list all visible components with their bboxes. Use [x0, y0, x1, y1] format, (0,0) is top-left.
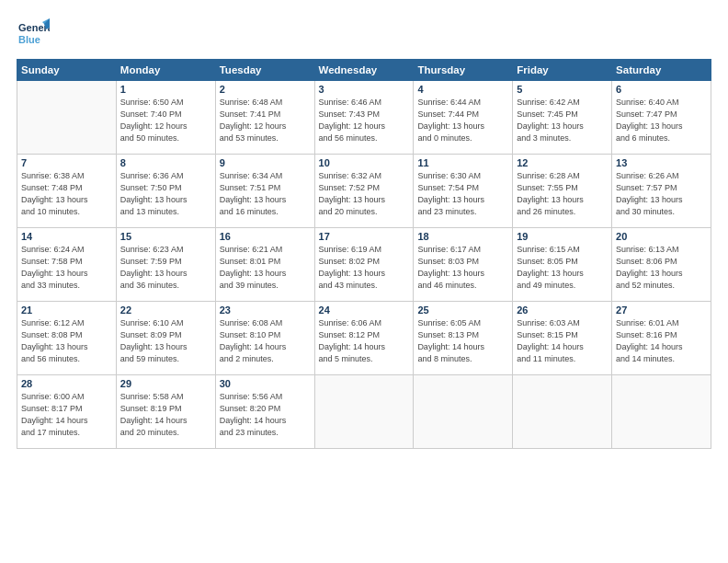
day-info: Sunrise: 6:05 AM Sunset: 8:13 PM Dayligh…	[417, 317, 508, 365]
day-info: Sunrise: 5:58 AM Sunset: 8:19 PM Dayligh…	[120, 391, 211, 439]
day-info: Sunrise: 6:40 AM Sunset: 7:47 PM Dayligh…	[616, 97, 707, 144]
calendar-cell: 20Sunrise: 6:13 AM Sunset: 8:06 PM Dayli…	[612, 228, 711, 302]
calendar-cell	[513, 375, 612, 449]
calendar-cell: 23Sunrise: 6:08 AM Sunset: 8:10 PM Dayli…	[215, 302, 314, 375]
weekday-header-row: SundayMondayTuesdayWednesdayThursdayFrid…	[17, 60, 711, 81]
day-number: 8	[120, 157, 211, 168]
calendar-cell: 13Sunrise: 6:26 AM Sunset: 7:57 PM Dayli…	[612, 155, 711, 228]
calendar-cell: 29Sunrise: 5:58 AM Sunset: 8:19 PM Dayli…	[116, 375, 215, 449]
day-info: Sunrise: 6:42 AM Sunset: 7:45 PM Dayligh…	[517, 97, 608, 144]
day-info: Sunrise: 6:06 AM Sunset: 8:12 PM Dayligh…	[319, 317, 410, 365]
day-info: Sunrise: 6:50 AM Sunset: 7:40 PM Dayligh…	[120, 97, 211, 144]
calendar-cell: 26Sunrise: 6:03 AM Sunset: 8:15 PM Dayli…	[513, 302, 612, 375]
day-info: Sunrise: 6:38 AM Sunset: 7:48 PM Dayligh…	[21, 170, 112, 218]
calendar-week-2: 7Sunrise: 6:38 AM Sunset: 7:48 PM Daylig…	[17, 155, 711, 228]
day-number: 13	[616, 157, 707, 168]
day-number: 21	[21, 304, 112, 316]
calendar-cell: 3Sunrise: 6:46 AM Sunset: 7:43 PM Daylig…	[314, 81, 414, 155]
day-info: Sunrise: 6:21 AM Sunset: 8:01 PM Dayligh…	[220, 244, 311, 292]
calendar-cell: 17Sunrise: 6:19 AM Sunset: 8:02 PM Dayli…	[314, 228, 414, 302]
calendar-cell: 19Sunrise: 6:15 AM Sunset: 8:05 PM Dayli…	[513, 228, 612, 302]
day-number: 4	[417, 84, 508, 95]
day-number: 10	[319, 157, 410, 168]
day-number: 16	[220, 231, 311, 242]
day-number: 20	[616, 231, 707, 242]
weekday-header-sunday: Sunday	[17, 60, 117, 81]
weekday-header-saturday: Saturday	[612, 60, 711, 81]
calendar-cell: 22Sunrise: 6:10 AM Sunset: 8:09 PM Dayli…	[116, 302, 215, 375]
day-number: 24	[319, 304, 410, 316]
calendar-week-4: 21Sunrise: 6:12 AM Sunset: 8:08 PM Dayli…	[17, 302, 711, 375]
day-number: 9	[220, 157, 311, 168]
day-number: 27	[616, 304, 707, 316]
calendar-cell: 2Sunrise: 6:48 AM Sunset: 7:41 PM Daylig…	[215, 81, 314, 155]
calendar-cell: 27Sunrise: 6:01 AM Sunset: 8:16 PM Dayli…	[612, 302, 711, 375]
day-number: 28	[21, 378, 112, 389]
day-number: 7	[21, 157, 112, 168]
header: General Blue	[17, 17, 711, 53]
calendar-cell: 28Sunrise: 6:00 AM Sunset: 8:17 PM Dayli…	[17, 375, 117, 449]
calendar-table: SundayMondayTuesdayWednesdayThursdayFrid…	[17, 59, 711, 449]
day-number: 19	[517, 231, 608, 242]
day-info: Sunrise: 6:19 AM Sunset: 8:02 PM Dayligh…	[319, 244, 410, 292]
day-number: 29	[120, 378, 211, 389]
day-info: Sunrise: 6:36 AM Sunset: 7:50 PM Dayligh…	[120, 170, 211, 218]
day-info: Sunrise: 5:56 AM Sunset: 8:20 PM Dayligh…	[220, 391, 311, 439]
calendar-cell: 5Sunrise: 6:42 AM Sunset: 7:45 PM Daylig…	[513, 81, 612, 155]
calendar-cell: 9Sunrise: 6:34 AM Sunset: 7:51 PM Daylig…	[215, 155, 314, 228]
day-info: Sunrise: 6:34 AM Sunset: 7:51 PM Dayligh…	[220, 170, 311, 218]
weekday-header-tuesday: Tuesday	[215, 60, 314, 81]
calendar-cell: 24Sunrise: 6:06 AM Sunset: 8:12 PM Dayli…	[314, 302, 414, 375]
day-number: 2	[220, 84, 311, 95]
day-info: Sunrise: 6:13 AM Sunset: 8:06 PM Dayligh…	[616, 244, 707, 292]
day-number: 5	[517, 84, 608, 95]
weekday-header-friday: Friday	[513, 60, 612, 81]
calendar-cell: 8Sunrise: 6:36 AM Sunset: 7:50 PM Daylig…	[116, 155, 215, 228]
day-number: 26	[517, 304, 608, 316]
day-info: Sunrise: 6:32 AM Sunset: 7:52 PM Dayligh…	[319, 170, 410, 218]
calendar-cell: 30Sunrise: 5:56 AM Sunset: 8:20 PM Dayli…	[215, 375, 314, 449]
day-info: Sunrise: 6:46 AM Sunset: 7:43 PM Dayligh…	[319, 97, 410, 144]
day-number: 6	[616, 84, 707, 95]
day-info: Sunrise: 6:24 AM Sunset: 7:58 PM Dayligh…	[21, 244, 112, 292]
calendar-cell: 7Sunrise: 6:38 AM Sunset: 7:48 PM Daylig…	[17, 155, 117, 228]
day-number: 18	[417, 231, 508, 242]
calendar-week-5: 28Sunrise: 6:00 AM Sunset: 8:17 PM Dayli…	[17, 375, 711, 449]
day-info: Sunrise: 6:00 AM Sunset: 8:17 PM Dayligh…	[21, 391, 112, 439]
day-number: 1	[120, 84, 211, 95]
calendar-cell	[414, 375, 513, 449]
day-info: Sunrise: 6:48 AM Sunset: 7:41 PM Dayligh…	[220, 97, 311, 144]
day-info: Sunrise: 6:30 AM Sunset: 7:54 PM Dayligh…	[417, 170, 508, 218]
day-info: Sunrise: 6:23 AM Sunset: 7:59 PM Dayligh…	[120, 244, 211, 292]
logo: General Blue	[17, 17, 50, 53]
day-info: Sunrise: 6:15 AM Sunset: 8:05 PM Dayligh…	[517, 244, 608, 292]
day-number: 12	[517, 157, 608, 168]
day-info: Sunrise: 6:08 AM Sunset: 8:10 PM Dayligh…	[220, 317, 311, 365]
calendar-cell	[17, 81, 117, 155]
calendar-cell: 21Sunrise: 6:12 AM Sunset: 8:08 PM Dayli…	[17, 302, 117, 375]
day-number: 3	[319, 84, 410, 95]
calendar-week-1: 1Sunrise: 6:50 AM Sunset: 7:40 PM Daylig…	[17, 81, 711, 155]
day-number: 17	[319, 231, 410, 242]
svg-text:Blue: Blue	[18, 34, 40, 45]
day-info: Sunrise: 6:03 AM Sunset: 8:15 PM Dayligh…	[517, 317, 608, 365]
calendar-cell: 14Sunrise: 6:24 AM Sunset: 7:58 PM Dayli…	[17, 228, 117, 302]
calendar-week-3: 14Sunrise: 6:24 AM Sunset: 7:58 PM Dayli…	[17, 228, 711, 302]
calendar-cell: 25Sunrise: 6:05 AM Sunset: 8:13 PM Dayli…	[414, 302, 513, 375]
day-info: Sunrise: 6:12 AM Sunset: 8:08 PM Dayligh…	[21, 317, 112, 365]
weekday-header-thursday: Thursday	[414, 60, 513, 81]
calendar-cell: 4Sunrise: 6:44 AM Sunset: 7:44 PM Daylig…	[414, 81, 513, 155]
day-info: Sunrise: 6:44 AM Sunset: 7:44 PM Dayligh…	[417, 97, 508, 144]
day-info: Sunrise: 6:01 AM Sunset: 8:16 PM Dayligh…	[616, 317, 707, 365]
calendar-cell: 15Sunrise: 6:23 AM Sunset: 7:59 PM Dayli…	[116, 228, 215, 302]
day-number: 25	[417, 304, 508, 316]
calendar-cell	[612, 375, 711, 449]
calendar-cell: 10Sunrise: 6:32 AM Sunset: 7:52 PM Dayli…	[314, 155, 414, 228]
calendar-cell: 12Sunrise: 6:28 AM Sunset: 7:55 PM Dayli…	[513, 155, 612, 228]
weekday-header-wednesday: Wednesday	[314, 60, 414, 81]
day-number: 30	[220, 378, 311, 389]
day-number: 15	[120, 231, 211, 242]
weekday-header-monday: Monday	[116, 60, 215, 81]
calendar-cell: 18Sunrise: 6:17 AM Sunset: 8:03 PM Dayli…	[414, 228, 513, 302]
calendar-cell: 16Sunrise: 6:21 AM Sunset: 8:01 PM Dayli…	[215, 228, 314, 302]
